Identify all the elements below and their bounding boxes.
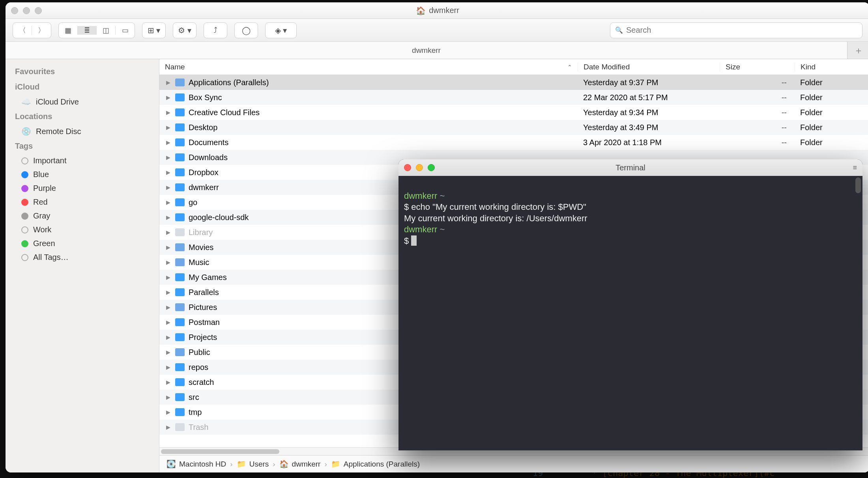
sidebar-item-label: Red <box>33 198 48 207</box>
search-input[interactable] <box>626 26 857 35</box>
prompt-user: dwmkerr <box>404 224 440 234</box>
folder-icon <box>175 108 185 116</box>
zoom-button[interactable] <box>35 7 42 14</box>
disclosure-triangle-icon[interactable]: ▶ <box>165 259 171 265</box>
terminal-scrollbar-thumb[interactable] <box>855 177 861 193</box>
sidebar-tag-item[interactable]: All Tags… <box>6 250 159 264</box>
sidebar-item-remote-disc[interactable]: 💿 Remote Disc <box>6 124 159 138</box>
disclosure-triangle-icon[interactable]: ▶ <box>165 379 171 385</box>
file-name: Movies <box>189 243 213 252</box>
terminal-titlebar[interactable]: Terminal ≡ <box>398 159 862 176</box>
sidebar-header-favourites: Favourites <box>6 64 159 79</box>
terminal-menu-icon[interactable]: ≡ <box>853 164 857 172</box>
file-date: Yesterday at 3:49 PM <box>578 123 720 132</box>
file-row[interactable]: ▶DesktopYesterday at 3:49 PM--Folder <box>159 120 868 135</box>
path-component[interactable]: 📁Applications (Parallels) <box>331 459 420 469</box>
column-date-modified[interactable]: Date Modified <box>578 63 720 71</box>
sidebar-tag-item[interactable]: Green <box>6 237 159 250</box>
disclosure-triangle-icon[interactable]: ▶ <box>165 409 171 415</box>
disclosure-triangle-icon[interactable]: ▶ <box>165 229 171 235</box>
terminal-body[interactable]: dwmkerr ~ $ echo "My current working dir… <box>398 176 862 450</box>
traffic-lights <box>11 7 42 14</box>
tab-dwmkerr[interactable]: dwmkerr <box>6 42 847 59</box>
sidebar-tag-item[interactable]: Gray <box>6 209 159 223</box>
disclosure-triangle-icon[interactable]: ▶ <box>165 289 171 295</box>
disclosure-triangle-icon[interactable]: ▶ <box>165 364 171 370</box>
column-size[interactable]: Size <box>720 63 795 71</box>
sidebar-tag-item[interactable]: Blue <box>6 168 159 181</box>
disclosure-triangle-icon[interactable]: ▶ <box>165 94 171 101</box>
folder-icon <box>175 213 185 221</box>
column-name[interactable]: Name ⌃ <box>159 63 578 71</box>
disclosure-triangle-icon[interactable]: ▶ <box>165 319 171 325</box>
tags-button[interactable]: ◯ <box>234 22 258 38</box>
disclosure-triangle-icon[interactable]: ▶ <box>165 184 171 190</box>
disclosure-triangle-icon[interactable]: ▶ <box>165 79 171 86</box>
view-gallery-button[interactable]: ▭ <box>116 26 135 35</box>
folder-icon <box>175 153 185 161</box>
sort-ascending-icon: ⌃ <box>567 64 572 70</box>
finder-titlebar[interactable]: 🏠 dwmkerr <box>6 2 868 19</box>
disclosure-triangle-icon[interactable]: ▶ <box>165 349 171 355</box>
back-button[interactable]: 〈 <box>13 26 32 35</box>
action-gear-button[interactable]: ⚙ ▾ <box>173 22 196 38</box>
disclosure-triangle-icon[interactable]: ▶ <box>165 244 171 250</box>
path-component[interactable]: 💽Macintosh HD <box>166 459 226 469</box>
column-kind[interactable]: Kind <box>795 63 868 71</box>
forward-button[interactable]: 〉 <box>32 26 51 35</box>
search-field[interactable]: 🔍 <box>610 22 862 38</box>
column-label: Name <box>165 63 185 71</box>
file-name: Public <box>189 348 210 357</box>
disclosure-triangle-icon[interactable]: ▶ <box>165 199 171 205</box>
disclosure-triangle-icon[interactable]: ▶ <box>165 214 171 220</box>
zoom-button[interactable] <box>428 164 435 171</box>
close-button[interactable] <box>11 7 18 14</box>
file-name: Applications (Parallels) <box>189 78 269 87</box>
prompt-symbol: $ <box>404 236 411 246</box>
file-name: Creative Cloud Files <box>189 108 260 117</box>
disclosure-triangle-icon[interactable]: ▶ <box>165 124 171 131</box>
new-tab-button[interactable]: ＋ <box>847 44 868 57</box>
file-row[interactable]: ▶Applications (Parallels)Yesterday at 9:… <box>159 75 868 90</box>
view-column-button[interactable]: ◫ <box>97 26 116 35</box>
file-name: scratch <box>189 378 214 387</box>
share-button[interactable]: ⤴ <box>204 22 227 38</box>
scrollbar-thumb[interactable] <box>161 449 279 454</box>
column-headers: Name ⌃ Date Modified Size Kind <box>159 59 868 75</box>
file-row[interactable]: ▶Creative Cloud FilesYesterday at 9:34 P… <box>159 105 868 120</box>
path-component[interactable]: 🏠dwmkerr <box>279 459 321 469</box>
minimize-button[interactable] <box>23 7 30 14</box>
file-size: -- <box>720 123 795 132</box>
disclosure-triangle-icon[interactable]: ▶ <box>165 109 171 116</box>
sidebar-item-icloud-drive[interactable]: ☁️ iCloud Drive <box>6 95 159 109</box>
arrange-button[interactable]: ⊞ ▾ <box>142 22 166 38</box>
disclosure-triangle-icon[interactable]: ▶ <box>165 424 171 430</box>
disclosure-triangle-icon[interactable]: ▶ <box>165 304 171 310</box>
window-title: dwmkerr <box>429 6 459 15</box>
minimize-button[interactable] <box>416 164 423 171</box>
file-row[interactable]: ▶Documents3 Apr 2020 at 1:18 PM--Folder <box>159 135 868 150</box>
view-list-button[interactable]: ≣ <box>78 26 97 35</box>
disclosure-triangle-icon[interactable]: ▶ <box>165 169 171 176</box>
path-label: Macintosh HD <box>179 460 226 469</box>
path-component[interactable]: 📁Users <box>237 459 269 469</box>
folder-icon <box>175 378 185 386</box>
search-icon: 🔍 <box>615 26 623 34</box>
sidebar-tag-item[interactable]: Red <box>6 195 159 209</box>
disclosure-triangle-icon[interactable]: ▶ <box>165 394 171 400</box>
view-icon-button[interactable]: ▦ <box>59 26 78 35</box>
disclosure-triangle-icon[interactable]: ▶ <box>165 154 171 161</box>
disclosure-triangle-icon[interactable]: ▶ <box>165 139 171 146</box>
dropbox-button[interactable]: ◈ ▾ <box>265 22 297 38</box>
tag-dot-icon <box>21 185 28 192</box>
disclosure-triangle-icon[interactable]: ▶ <box>165 274 171 280</box>
sidebar-item-label: Remote Disc <box>36 127 81 136</box>
sidebar-tag-item[interactable]: Important <box>6 154 159 168</box>
file-date: 22 Mar 2020 at 5:17 PM <box>578 93 720 102</box>
close-button[interactable] <box>404 164 411 171</box>
file-row[interactable]: ▶Box Sync22 Mar 2020 at 5:17 PM--Folder <box>159 90 868 105</box>
sidebar-tag-item[interactable]: Work <box>6 223 159 237</box>
terminal-cursor <box>411 235 417 246</box>
disclosure-triangle-icon[interactable]: ▶ <box>165 334 171 340</box>
sidebar-tag-item[interactable]: Purple <box>6 181 159 195</box>
